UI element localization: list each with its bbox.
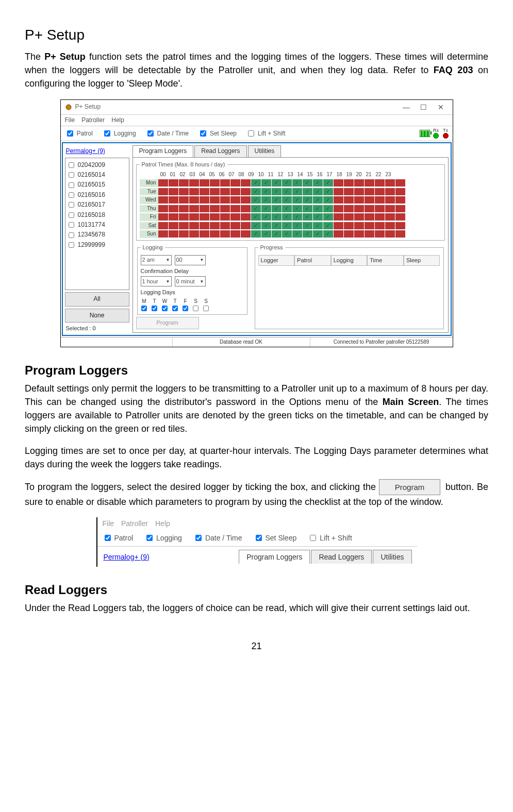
- permalog-link-2[interactable]: Permalog+ (9): [103, 550, 151, 564]
- patrol-cell[interactable]: [179, 213, 189, 221]
- patrol-cell[interactable]: [169, 213, 179, 221]
- logging-day-col[interactable]: F: [182, 298, 189, 311]
- patrol-cell[interactable]: [385, 222, 395, 229]
- patrol-cell[interactable]: [241, 222, 251, 229]
- patrol-cell[interactable]: [323, 213, 334, 221]
- tab-utilities-2[interactable]: Utilities: [373, 550, 411, 564]
- patrol-cell[interactable]: [179, 230, 189, 238]
- patrol-cell[interactable]: [189, 205, 200, 212]
- chk-liftshift-2[interactable]: Lift + Shift: [308, 533, 352, 543]
- patrol-cell[interactable]: [200, 213, 210, 221]
- patrol-cell[interactable]: [220, 205, 230, 212]
- none-button[interactable]: None: [65, 309, 129, 323]
- logger-item[interactable]: 02165015: [67, 180, 128, 190]
- patrol-cell[interactable]: [179, 188, 189, 195]
- patrol-cell[interactable]: [354, 188, 365, 195]
- patrol-cell[interactable]: [344, 205, 354, 212]
- all-button[interactable]: All: [65, 292, 129, 306]
- patrol-cell[interactable]: [375, 188, 385, 195]
- patrol-cell[interactable]: [189, 196, 200, 204]
- patrol-cell[interactable]: [385, 213, 395, 221]
- patrol-cell[interactable]: [323, 188, 334, 195]
- patrol-cell[interactable]: [395, 179, 406, 187]
- patrol-cell[interactable]: [365, 230, 375, 238]
- logger-item[interactable]: 02042009: [67, 160, 128, 170]
- patrol-cell[interactable]: [220, 196, 230, 204]
- logging-hour-select[interactable]: 2 am▼: [141, 255, 172, 265]
- patrol-cell[interactable]: [344, 196, 354, 204]
- patrol-cell[interactable]: [230, 230, 241, 238]
- logger-item[interactable]: 02165014: [67, 170, 128, 180]
- patrol-cell[interactable]: [292, 188, 303, 195]
- patrol-cell[interactable]: [272, 205, 282, 212]
- logging-day-col[interactable]: M: [141, 298, 148, 311]
- patrol-cell[interactable]: [272, 196, 282, 204]
- patrol-cell[interactable]: [169, 222, 179, 229]
- patrol-cell[interactable]: [158, 213, 169, 221]
- logger-item[interactable]: 02165018: [67, 210, 128, 220]
- patrol-cell[interactable]: [158, 188, 169, 195]
- patrol-cell[interactable]: [169, 179, 179, 187]
- patrol-cell[interactable]: [261, 196, 272, 204]
- patrol-cell[interactable]: [385, 205, 395, 212]
- logging-day-col[interactable]: S: [203, 298, 210, 311]
- patrol-cell[interactable]: [210, 188, 220, 195]
- patrol-cell[interactable]: [323, 196, 334, 204]
- logger-item[interactable]: 10131774: [67, 220, 128, 230]
- patrol-cell[interactable]: [241, 188, 251, 195]
- patrol-cell[interactable]: [261, 205, 272, 212]
- menu-patroller-2[interactable]: Patroller: [121, 519, 148, 528]
- patrol-cell[interactable]: [200, 196, 210, 204]
- patrol-cell[interactable]: [210, 205, 220, 212]
- patrol-cell[interactable]: [169, 196, 179, 204]
- patrol-cell[interactable]: [200, 205, 210, 212]
- patrol-cell[interactable]: [313, 179, 323, 187]
- logging-day-col[interactable]: T: [172, 298, 179, 311]
- patrol-cell[interactable]: [261, 230, 272, 238]
- patrol-cell[interactable]: [334, 213, 344, 221]
- patrol-cell[interactable]: [334, 179, 344, 187]
- patrol-cell[interactable]: [334, 222, 344, 229]
- patrol-cell[interactable]: [385, 196, 395, 204]
- patrol-cell[interactable]: [395, 205, 406, 212]
- patrol-cell[interactable]: [313, 188, 323, 195]
- patrol-cell[interactable]: [220, 213, 230, 221]
- patrol-cell[interactable]: [200, 230, 210, 238]
- patrol-cell[interactable]: [220, 188, 230, 195]
- patrol-cell[interactable]: [354, 179, 365, 187]
- patrol-cell[interactable]: [158, 179, 169, 187]
- patrol-cell[interactable]: [344, 179, 354, 187]
- tab-read-loggers-2[interactable]: Read Loggers: [311, 550, 372, 564]
- patrol-cell[interactable]: [303, 196, 313, 204]
- chk-logging[interactable]: Logging: [102, 129, 136, 138]
- tab-utilities[interactable]: Utilities: [248, 145, 282, 157]
- patrol-cell[interactable]: [354, 205, 365, 212]
- patrol-cell[interactable]: [375, 196, 385, 204]
- patrol-cell[interactable]: [344, 188, 354, 195]
- patrol-cell[interactable]: [230, 188, 241, 195]
- logger-item[interactable]: 02165017: [67, 200, 128, 210]
- patrol-cell[interactable]: [375, 222, 385, 229]
- patrol-cell[interactable]: [344, 230, 354, 238]
- patrol-cell[interactable]: [395, 230, 406, 238]
- patrol-cell[interactable]: [272, 179, 282, 187]
- patrol-cell[interactable]: [158, 196, 169, 204]
- logger-item[interactable]: 12999999: [67, 240, 128, 250]
- patrol-cell[interactable]: [169, 205, 179, 212]
- logging-day-col[interactable]: T: [151, 298, 158, 311]
- patrol-cell[interactable]: [323, 230, 334, 238]
- patrol-cell[interactable]: [179, 196, 189, 204]
- patrol-cell[interactable]: [323, 222, 334, 229]
- patrol-cell[interactable]: [169, 230, 179, 238]
- patrol-cell[interactable]: [200, 179, 210, 187]
- chk-datetime-2[interactable]: Date / Time: [193, 533, 242, 543]
- patrol-grid[interactable]: MonTueWedThuFriSatSun: [140, 179, 441, 238]
- patrol-cell[interactable]: [334, 188, 344, 195]
- patrol-cell[interactable]: [261, 213, 272, 221]
- patrol-cell[interactable]: [303, 205, 313, 212]
- patrol-cell[interactable]: [354, 222, 365, 229]
- logging-day-col[interactable]: S: [192, 298, 200, 311]
- patrol-cell[interactable]: [210, 230, 220, 238]
- patrol-cell[interactable]: [282, 205, 292, 212]
- patrol-cell[interactable]: [241, 179, 251, 187]
